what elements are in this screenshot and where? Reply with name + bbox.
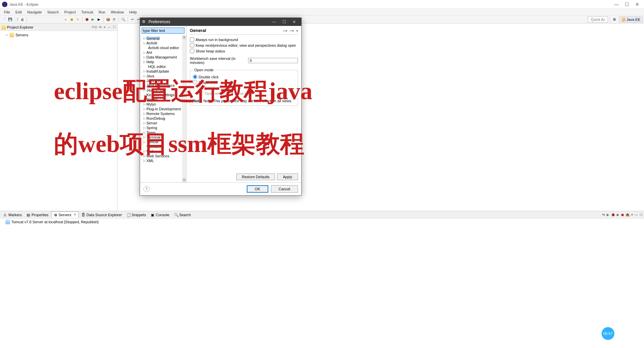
pref-item-hql-editor[interactable]: HQL editor	[140, 64, 186, 69]
dialog-titlebar[interactable]: ⚙ Preferences — ☐ ✕	[140, 18, 301, 26]
menu-navigate[interactable]: Navigate	[25, 9, 44, 15]
checkbox-heap[interactable]: Show heap status	[190, 49, 298, 53]
perspective-javaee[interactable]: Java EE	[619, 16, 643, 23]
debug-icon[interactable]: 🐞	[84, 17, 90, 22]
save-all-icon[interactable]: 📑	[13, 17, 19, 22]
link-editor-icon[interactable]: ⇆	[99, 25, 102, 29]
menu-project[interactable]: Project	[62, 9, 78, 15]
tree-item-servers[interactable]: ▷ Servers	[0, 32, 117, 38]
checkbox[interactable]	[190, 49, 194, 53]
run-last-icon[interactable]: ▶	[96, 17, 102, 22]
open-perspective-icon[interactable]: ⊞	[612, 17, 617, 22]
profile-server-icon[interactable]: ▶	[617, 213, 619, 217]
minimize-icon[interactable]: —	[614, 2, 619, 7]
pref-item-tomcat[interactable]: ▷Tomcat	[140, 140, 186, 144]
menu-run[interactable]: Run	[96, 9, 108, 15]
cancel-button[interactable]: Cancel	[271, 185, 298, 193]
pref-item-java-ee[interactable]: ▷Java EE	[140, 78, 186, 83]
close-icon[interactable]: ✕	[73, 212, 76, 217]
tomcat-restart-icon[interactable]: ↻	[75, 17, 80, 22]
pref-item-plug-in-development[interactable]: ▷Plug-in Development	[140, 107, 186, 111]
scroll-up-icon[interactable]: ▴	[182, 35, 186, 39]
pref-item-web-services[interactable]: ▷Web Services	[140, 154, 186, 158]
pref-item-kickstart-settings[interactable]: Kickstart settings	[140, 92, 186, 97]
new-icon[interactable]: 📄	[1, 17, 7, 22]
pref-item-install-update[interactable]: ▷Install/Update	[140, 69, 186, 74]
new-server-icon[interactable]: 📦	[105, 17, 111, 22]
quick-access-input[interactable]	[588, 16, 608, 23]
menu-search[interactable]: Search	[44, 9, 62, 15]
scroll-down-icon[interactable]: ▾	[182, 178, 186, 182]
tab-console[interactable]: ▣Console	[149, 212, 171, 218]
minimize-view-icon[interactable]: —	[107, 25, 111, 29]
save-icon[interactable]: 💾	[7, 17, 13, 22]
link-icon[interactable]: ⇆	[602, 213, 605, 217]
ok-button[interactable]: OK	[247, 185, 268, 193]
scrollbar[interactable]: ▴ ▾	[182, 35, 186, 182]
radio[interactable]	[193, 75, 197, 79]
run-icon[interactable]: ▶	[90, 17, 96, 22]
checkbox[interactable]	[190, 43, 194, 47]
view-menu-icon[interactable]: ▾	[104, 25, 105, 29]
pref-item-server[interactable]: ▷Server	[140, 121, 186, 125]
pref-item-java-persistence[interactable]: ▷Java Persistence	[140, 83, 186, 88]
publish-icon[interactable]: 📤	[625, 213, 630, 217]
close-icon[interactable]: ✕	[91, 25, 94, 29]
menu-file[interactable]: File	[1, 9, 13, 15]
close-icon[interactable]: ✕	[635, 2, 639, 7]
tab-search[interactable]: 🔍Search	[172, 212, 193, 218]
pref-item-validation[interactable]: Validation	[140, 144, 186, 149]
pref-item-spring[interactable]: ▷Spring	[140, 125, 186, 130]
pref-item-activiti[interactable]: ▷Activiti	[140, 41, 186, 45]
pref-item-maven[interactable]: ▷Maven	[140, 97, 186, 102]
maximize-icon[interactable]: ☐	[279, 20, 289, 24]
radio[interactable]	[193, 80, 197, 84]
server-item[interactable]: Tomcat v7.0 Server at localhost [Stopped…	[0, 219, 644, 225]
minimize-icon[interactable]: —	[269, 20, 279, 24]
checkbox[interactable]	[190, 37, 194, 42]
collapse-all-icon[interactable]: ⊟	[94, 25, 97, 29]
back-icon[interactable]: ⇦▾	[283, 29, 287, 33]
radio-double[interactable]: Double click	[193, 75, 295, 79]
pref-item-general[interactable]: ▷General	[140, 36, 186, 41]
menu-tomcat[interactable]: Tomcat	[78, 9, 96, 15]
pref-item-java[interactable]: ▷Java	[140, 74, 186, 78]
pref-item-javascript[interactable]: ▷JavaScript	[140, 88, 186, 92]
tomcat-start-icon[interactable]: ▸	[63, 17, 68, 22]
stop-server-icon[interactable]: ◼	[621, 213, 624, 217]
maximize-icon[interactable]: ☐	[625, 2, 629, 7]
view-menu-icon[interactable]: ▾	[631, 213, 633, 217]
pref-item-data-management[interactable]: ▷Data Management	[140, 55, 186, 60]
radio-single[interactable]: Single click	[193, 80, 295, 84]
back-icon[interactable]: ⇦	[130, 17, 135, 22]
pref-item-terminal[interactable]: ▷Terminal	[140, 135, 186, 140]
minimize-panel-icon[interactable]: —	[635, 213, 638, 217]
save-interval-input[interactable]	[248, 58, 298, 63]
tab-data-source[interactable]: 🗄Data Source Explorer	[79, 212, 124, 218]
pref-item-help[interactable]: ▷Help	[140, 60, 186, 64]
restore-defaults-button[interactable]: Restore Defaults	[236, 173, 275, 180]
forward-icon[interactable]: ⇨▾	[290, 29, 294, 33]
tab-snippets[interactable]: 📋Snippets	[125, 212, 148, 218]
close-icon[interactable]: ✕	[289, 20, 299, 24]
menu-window[interactable]: Window	[108, 9, 127, 15]
pref-item-mylyn[interactable]: ▷Mylyn	[140, 102, 186, 107]
new-java-icon[interactable]: ☕	[111, 17, 117, 22]
pref-item-run-debug[interactable]: ▷Run/Debug	[140, 116, 186, 121]
menu-icon[interactable]: ▾	[296, 29, 298, 33]
start-server-icon[interactable]: ▶	[607, 213, 609, 217]
tab-properties[interactable]: ▤Properties	[25, 212, 50, 218]
pref-item-web[interactable]: ▷Web	[140, 149, 186, 154]
help-icon[interactable]: ?	[143, 186, 149, 192]
menu-edit[interactable]: Edit	[13, 9, 25, 15]
search-icon[interactable]: 🔍	[121, 17, 126, 22]
filter-input[interactable]	[142, 28, 184, 34]
debug-server-icon[interactable]: 🐞	[611, 213, 615, 217]
maximize-view-icon[interactable]: ☐	[113, 25, 116, 29]
tomcat-stop-icon[interactable]: ◼	[69, 17, 74, 22]
pref-item-remote-systems[interactable]: ▷Remote Systems	[140, 111, 186, 116]
checkbox-keepnext[interactable]: Keep next/previous editor, view and pers…	[190, 43, 298, 47]
tab-markers[interactable]: ⚠Markers	[1, 212, 24, 218]
checkbox-background[interactable]: Always run in background	[190, 37, 298, 42]
print-icon[interactable]: 🖨	[20, 17, 25, 22]
